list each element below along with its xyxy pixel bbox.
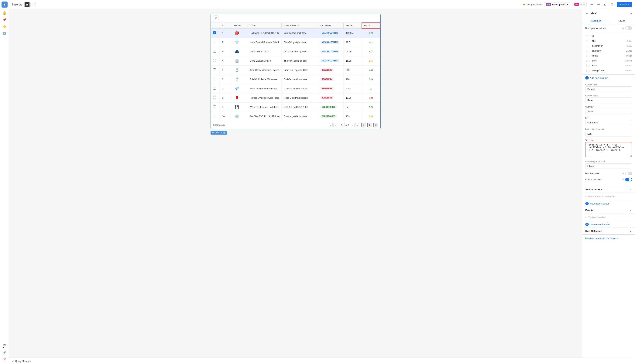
tab-styles[interactable]: Styles <box>609 18 635 24</box>
column-item[interactable]: ⋮⋮ description String <box>582 44 635 48</box>
category-badge: JEWELERY <box>320 87 334 90</box>
undo-btn[interactable]: ↩ <box>589 2 594 7</box>
row-checkbox-cell <box>211 66 220 75</box>
panel-more-btn[interactable]: ⋯ <box>628 11 632 16</box>
row-checkbox[interactable] <box>213 50 216 52</box>
table-row[interactable]: 10 💿 SanDisk SSD PLUS 1TB Inter Easy upg… <box>211 112 380 121</box>
widget-delete-btn[interactable]: ✕ <box>223 132 226 134</box>
row-image: 💍 <box>231 75 247 84</box>
bg-color-input[interactable] <box>585 164 632 169</box>
column-item[interactable]: ⋮⋮ id <box>582 34 635 38</box>
sidebar-icon-notifications[interactable]: 🔔 <box>2 10 8 16</box>
column-visibility-toggle[interactable] <box>625 178 632 182</box>
row-id: 9 <box>220 102 231 112</box>
share-btn[interactable]: ⊏ <box>602 2 608 7</box>
column-item[interactable]: ⋮⋮ title String <box>582 38 635 44</box>
version-selector[interactable]: ver v1 ▾ <box>572 2 587 7</box>
table-row[interactable]: 3 🧥 Mens Cotton Jacket great outerwear j… <box>211 47 380 56</box>
row-checkbox[interactable] <box>213 31 216 34</box>
th-category: CATEGORY <box>318 23 344 28</box>
key-input[interactable] <box>585 120 632 125</box>
next-page-btn[interactable]: › <box>350 123 354 128</box>
column-item[interactable]: ⋮⋮ price Number <box>582 58 635 63</box>
download-btn[interactable]: ⬇ <box>368 123 372 128</box>
row-id: 7 <box>220 84 231 93</box>
sidebar-icon-chat[interactable]: 💬 <box>2 343 8 349</box>
env-selector[interactable]: Env Development ▾ <box>544 2 570 7</box>
overflow-select[interactable] <box>585 109 632 114</box>
table-row[interactable]: 8 🌹 Pierced Owl Rose Gold Plate Rose Gol… <box>211 93 380 102</box>
bottom-bar: ⤢ Query Manager <box>9 358 635 364</box>
row-checkbox[interactable] <box>213 87 216 90</box>
filter-btn[interactable]: ▽ <box>213 16 218 21</box>
canvas: ▽ ID IMAGE TITLE DESCRIPTION CATEGORY <box>9 9 582 358</box>
row-title: White Gold Plated Princess <box>247 84 282 93</box>
table-row[interactable]: 7 💎 White Gold Plated Princess Classic C… <box>211 84 380 93</box>
row-description: Classic Created Weddin <box>282 84 318 93</box>
row-checkbox[interactable] <box>213 106 216 108</box>
row-checkbox[interactable] <box>213 115 216 117</box>
table-row[interactable]: 1 🎒 Fjallraven - Foldsack No. 1 B Your p… <box>211 28 380 38</box>
row-image: 👕 <box>231 38 247 47</box>
add-column-btn[interactable]: + Add new column <box>582 75 635 81</box>
table-row[interactable]: 5 💍 John Hardy Women's Legenc From our L… <box>211 66 380 75</box>
query-manager-label: Query Manager <box>15 360 31 362</box>
first-page-btn[interactable]: « <box>328 123 332 128</box>
read-docs-link[interactable]: Read documentation for Table → <box>585 237 618 240</box>
dynamic-column-toggle[interactable] <box>625 26 632 30</box>
action-buttons-header[interactable]: Action buttons ▲ <box>582 186 635 193</box>
dynamic-column-row: Use dynamic column fx <box>582 24 635 32</box>
row-id: 1 <box>220 28 231 38</box>
release-button[interactable]: Release <box>617 2 632 7</box>
table-row[interactable]: 6 💍 Solid Gold Petite Micropave Satisfac… <box>211 75 380 84</box>
table-row[interactable]: 4 👔 Mens Casual Slim Fit The color could… <box>211 56 380 66</box>
text-color-input[interactable]: {{cellValue < 2 ? 'red' : cellValue > 2 … <box>585 142 632 157</box>
table-row[interactable]: 9 💾 WD 2TB Elements Portable E USB 3.0 a… <box>211 102 380 112</box>
query-manager[interactable]: ⤢ Query Manager <box>12 360 31 362</box>
row-image: 👔 <box>231 56 247 66</box>
column-type-label: String <box>626 45 632 47</box>
visibility-btn[interactable]: 👁 <box>374 123 378 128</box>
row-checkbox[interactable] <box>213 78 216 80</box>
column-item[interactable]: ⋮⋮ rating Count Default <box>582 68 635 73</box>
new-action-button-btn[interactable]: + New action button <box>582 200 635 207</box>
table-row[interactable]: 2 👕 Mens Casual Premium Slim I Slim-fitt… <box>211 38 380 47</box>
row-selection-header[interactable]: Row Selection ▲ <box>582 228 635 234</box>
column-item[interactable]: ⋮⋮ image Image <box>582 53 635 58</box>
panel-back-btn[interactable]: ← <box>585 12 588 15</box>
column-item[interactable]: ⋮⋮ Rate Default <box>582 63 635 68</box>
last-page-btn[interactable]: » <box>355 123 360 128</box>
column-type-label: String <box>626 40 632 42</box>
sidebar-icon-star[interactable]: ⭐ <box>2 24 8 30</box>
column-name-label: Column name <box>585 94 632 97</box>
tab-properties[interactable]: Properties <box>582 18 609 24</box>
column-type-input[interactable] <box>585 86 632 92</box>
events-header[interactable]: Events ▲ <box>582 207 635 214</box>
prev-page-btn[interactable]: ‹ <box>334 123 338 128</box>
column-name-input[interactable] <box>585 98 632 103</box>
alignment-input[interactable] <box>585 131 632 136</box>
row-checkbox[interactable] <box>213 68 216 71</box>
new-event-handler-btn[interactable]: + New event handler <box>582 221 635 228</box>
add-row-btn[interactable]: + <box>361 123 366 128</box>
row-category: JEWELERY <box>318 84 344 93</box>
th-price: PRICE <box>344 23 362 28</box>
row-checkbox[interactable] <box>213 41 216 43</box>
sidebar-icon-help[interactable]: ❓ <box>2 356 8 362</box>
sidebar-icon-pin[interactable]: 📌 <box>2 17 8 23</box>
make-editable-toggle[interactable] <box>625 172 632 176</box>
column-item[interactable]: ⋮⋮ category Badge <box>582 48 635 53</box>
dynamic-column-label: Use dynamic column <box>585 27 606 30</box>
view-mobile-btn[interactable]: ▭ <box>30 2 36 7</box>
action-buttons-content: There are no action buttons <box>582 193 635 200</box>
category-badge: MEN'S CLOTHING <box>320 50 340 53</box>
redo-btn[interactable]: ↪ <box>596 2 601 7</box>
row-checkbox[interactable] <box>213 96 216 99</box>
row-checkbox[interactable] <box>213 59 216 62</box>
current-page-input[interactable] <box>339 123 345 128</box>
view-desktop-btn[interactable]: ▣ <box>24 2 30 7</box>
sidebar-icon-link[interactable]: 🔗 <box>2 350 8 356</box>
overflow-section: Overflow <box>585 106 632 114</box>
gear-btn[interactable]: ⚙ <box>609 2 614 7</box>
sidebar-icon-settings[interactable]: ⚙️ <box>2 30 8 36</box>
